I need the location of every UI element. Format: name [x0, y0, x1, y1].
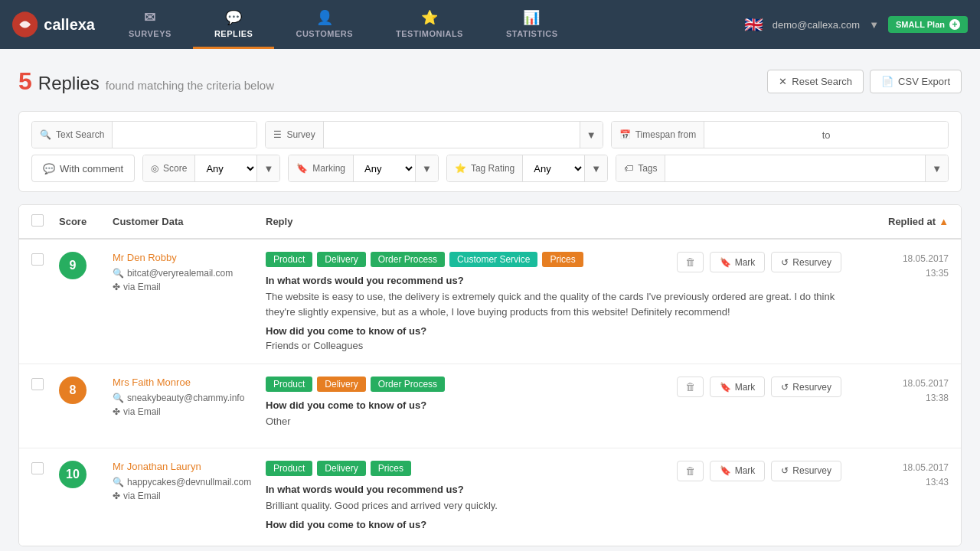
row-2-customer: Mrs Faith Monroe 🔍 sneakybeauty@chammy.i… — [113, 377, 266, 417]
row-1-mark-button[interactable]: 🔖 Mark — [710, 252, 766, 272]
row-1-resurvey-button[interactable]: ↺ Resurvey — [771, 252, 841, 272]
row-3-checkbox[interactable] — [31, 462, 44, 474]
row-2-delete-button[interactable]: 🗑 — [677, 377, 704, 397]
row-1-actions: 🗑 🔖 Mark ↺ Resurvey — [677, 252, 841, 272]
customer-2-name[interactable]: Mrs Faith Monroe — [113, 377, 256, 388]
survey-filter-input[interactable]: 4. Bigcommerce Demo — [324, 122, 580, 148]
tag-product[interactable]: Product — [266, 252, 312, 267]
row-1-score: 9 — [59, 252, 113, 279]
table-row: 8 Mrs Faith Monroe 🔍 sneakybeauty@chammy… — [19, 364, 961, 448]
tag-rating-filter-group: ⭐ Tag Rating Any ▼ — [446, 155, 608, 182]
tag-product-3[interactable]: Product — [266, 461, 312, 476]
tag-delivery-2[interactable]: Delivery — [317, 377, 365, 392]
email-icon: 🔍 — [113, 268, 124, 279]
marking-filter-select[interactable]: Any — [354, 155, 415, 181]
reset-search-button[interactable]: ✕ Reset Search — [767, 70, 864, 93]
tag-customer-service[interactable]: Customer Service — [449, 252, 537, 267]
tag-rating-dropdown-icon[interactable]: ▼ — [584, 155, 607, 181]
tags-dropdown-icon[interactable]: ▼ — [925, 155, 948, 181]
row-3-delete-button[interactable]: 🗑 — [677, 461, 704, 481]
tag-order-process[interactable]: Order Process — [371, 252, 445, 267]
survey-icon: ☰ — [273, 129, 282, 140]
replies-label: Replies — [38, 73, 100, 94]
row-2-reply: 🗑 🔖 Mark ↺ Resurvey Product Delivery Ord… — [266, 377, 841, 435]
surveys-icon: ✉ — [144, 9, 156, 26]
row-3-question-1: In what words would you recommend us? — [266, 484, 841, 495]
score-icon: ◎ — [151, 163, 158, 174]
comment-icon: 💬 — [43, 163, 55, 174]
row-3-question-2: How did you come to know of us? — [266, 519, 841, 530]
score-badge-10: 10 — [59, 461, 87, 488]
score-filter-select[interactable]: Any — [195, 155, 256, 181]
row-2-actions: 🗑 🔖 Mark ↺ Resurvey — [677, 377, 841, 397]
tag-prices-3[interactable]: Prices — [371, 461, 411, 476]
tag-prices[interactable]: Prices — [542, 252, 583, 267]
marking-filter-label: 🔖 Marking — [289, 155, 354, 181]
score-dropdown-icon[interactable]: ▼ — [256, 155, 279, 181]
select-all-checkbox[interactable] — [31, 214, 44, 227]
page-title-left: 5 Replies found matching the criteria be… — [18, 67, 274, 96]
table-row: 10 Mr Jonathan Lauryn 🔍 happycakes@devnu… — [19, 448, 961, 546]
row-3-resurvey-button[interactable]: ↺ Resurvey — [771, 461, 841, 481]
replies-icon: 💬 — [225, 9, 243, 26]
row-1-customer: Mr Den Robby 🔍 bitcat@veryrealemail.com … — [113, 252, 266, 292]
tag-product-2[interactable]: Product — [266, 377, 312, 392]
bookmark-icon: 🔖 — [296, 163, 308, 174]
timespan-label: 📅 Timespan from — [612, 122, 705, 148]
dropdown-arrow-icon[interactable]: ▼ — [869, 19, 879, 31]
user-email: demo@callexa.com — [773, 19, 860, 31]
row-1-answer-2: Friends or Colleagues — [266, 340, 841, 351]
survey-dropdown-icon[interactable]: ▼ — [580, 122, 603, 148]
flag-icon: 🇬🇧 — [744, 15, 763, 34]
row-1-checkbox[interactable] — [31, 253, 44, 266]
tag-order-process-2[interactable]: Order Process — [371, 377, 445, 392]
nav-statistics[interactable]: 📊 STATISTICS — [485, 0, 580, 49]
row-3-mark-button[interactable]: 🔖 Mark — [710, 461, 766, 481]
tag-delivery[interactable]: Delivery — [317, 252, 365, 267]
star-icon: ⭐ — [455, 163, 466, 174]
csv-export-button[interactable]: 📄 CSV Export — [870, 70, 962, 93]
row-2-score: 8 — [59, 377, 113, 404]
tags-filter-input[interactable] — [665, 155, 925, 181]
calendar-icon: 📅 — [619, 129, 631, 140]
marking-dropdown-icon[interactable]: ▼ — [415, 155, 438, 181]
statistics-icon: 📊 — [523, 9, 541, 26]
row-2-checkbox[interactable] — [31, 378, 44, 390]
logo-area: callexa — [0, 11, 107, 38]
testimonials-icon: ⭐ — [421, 9, 439, 26]
replied-at-header[interactable]: Replied at ▲ — [841, 216, 949, 227]
row-3-replied-time: 13:43 — [841, 475, 949, 490]
timespan-to-input[interactable] — [834, 122, 948, 148]
row-2-mark-button[interactable]: 🔖 Mark — [710, 377, 766, 397]
nav-surveys-label: SURVEYS — [129, 29, 172, 38]
reply-header: Reply — [266, 216, 841, 227]
replies-table: Score Customer Data Reply Replied at ▲ 9… — [18, 204, 962, 546]
mark-icon: 🔖 — [720, 257, 731, 268]
text-search-input[interactable] — [113, 122, 256, 148]
customer-3-name[interactable]: Mr Jonathan Lauryn — [113, 461, 256, 472]
customer-1-name[interactable]: Mr Den Robby — [113, 252, 256, 263]
row-2-resurvey-button[interactable]: ↺ Resurvey — [771, 377, 841, 397]
row-1-delete-button[interactable]: 🗑 — [677, 252, 704, 272]
score-filter-label: ◎ Score — [143, 155, 195, 181]
nav-testimonials-label: TESTIMONIALS — [396, 29, 463, 38]
nav-replies[interactable]: 💬 REPLIES — [193, 0, 275, 49]
nav-customers[interactable]: 👤 CUSTOMERS — [274, 0, 374, 49]
tag-delivery-3[interactable]: Delivery — [317, 461, 365, 476]
source-icon-3: ✤ — [113, 491, 120, 501]
row-2-question-1: How did you come to know of us? — [266, 399, 841, 411]
nav-surveys[interactable]: ✉ SURVEYS — [107, 0, 193, 49]
tag-rating-select[interactable]: Any — [523, 155, 584, 181]
customers-icon: 👤 — [316, 9, 334, 26]
timespan-from-input[interactable] — [704, 122, 818, 148]
nav-testimonials[interactable]: ⭐ TESTIMONIALS — [374, 0, 485, 49]
plan-plus-icon: + — [949, 19, 960, 30]
score-badge-8: 8 — [59, 377, 87, 404]
row-1-replied: 18.05.2017 13:35 — [841, 252, 949, 281]
main-content: 5 Replies found matching the criteria be… — [0, 49, 980, 546]
row-3-replied-date: 18.05.2017 — [841, 461, 949, 475]
email-icon-3: 🔍 — [113, 477, 124, 487]
row-1-answer-1: The website is easy to use, the delivery… — [266, 289, 841, 319]
table-header: Score Customer Data Reply Replied at ▲ — [19, 205, 961, 240]
with-comment-button[interactable]: 💬 With comment — [31, 155, 135, 182]
